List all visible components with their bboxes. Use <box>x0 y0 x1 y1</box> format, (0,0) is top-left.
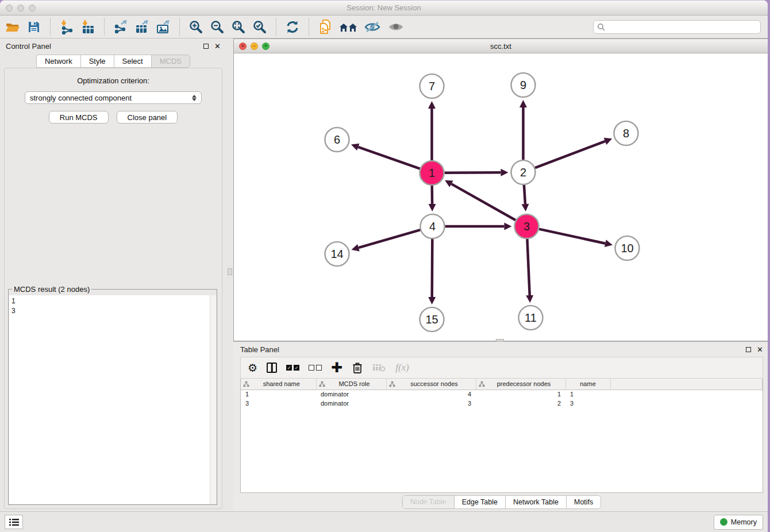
hierarchy-icon <box>243 381 249 387</box>
float-panel-icon[interactable] <box>203 44 209 49</box>
control-panel-header: Control Panel ✕ <box>0 38 226 53</box>
column-header-name[interactable]: name <box>565 379 610 390</box>
graph-edge-arrowhead <box>505 223 512 230</box>
column-header-mcds-role[interactable]: MCDS role <box>316 379 386 390</box>
close-panel-button[interactable]: Close panel <box>117 111 178 124</box>
toolbar-separator <box>309 18 309 36</box>
delete-column-button[interactable] <box>352 360 363 375</box>
export-table-button[interactable] <box>134 19 150 35</box>
zoom-in-button[interactable] <box>188 19 204 35</box>
cell-predecessor-nodes[interactable]: 1 <box>476 390 565 399</box>
optimization-criterion-label: Optimization criterion: <box>5 76 222 85</box>
graph-edge-3-1[interactable] <box>451 184 515 220</box>
cell-predecessor-nodes[interactable]: 2 <box>476 399 565 408</box>
graph-edge-4-15[interactable] <box>432 239 433 297</box>
graph-node-label-3: 3 <box>523 220 530 233</box>
unchecked-box-icon <box>309 365 314 371</box>
close-table-panel-icon[interactable]: ✕ <box>757 346 763 353</box>
select-all-columns-button[interactable]: ✓✓ <box>286 360 299 375</box>
zoom-selected-button[interactable] <box>252 19 268 35</box>
graph-edge-arrowhead <box>429 204 436 211</box>
unselect-all-columns-button[interactable] <box>309 360 322 375</box>
export-image-button[interactable] <box>155 19 171 35</box>
graph-edge-3-10[interactable] <box>539 229 605 244</box>
zoom-fit-button[interactable] <box>230 19 247 35</box>
close-panel-icon[interactable]: ✕ <box>214 43 221 50</box>
float-table-panel-icon[interactable] <box>746 347 751 352</box>
show-columns-button[interactable] <box>267 360 277 375</box>
search-input[interactable] <box>607 23 757 31</box>
zoom-out-icon <box>210 20 225 34</box>
optimization-criterion-select[interactable]: strongly connected component <box>25 91 202 104</box>
column-header-successor-nodes[interactable]: successor nodes <box>386 379 476 390</box>
cell-shared-name[interactable]: 3 <box>241 399 316 408</box>
import-table-icon <box>80 20 95 34</box>
memory-label: Memory <box>731 518 757 526</box>
cell-successor-nodes[interactable]: 4 <box>386 390 476 399</box>
add-column-button[interactable]: ✚ <box>331 360 342 375</box>
hierarchy-icon <box>479 381 485 387</box>
import-network-button[interactable] <box>59 19 75 35</box>
tab-motifs[interactable]: Motifs <box>567 496 600 508</box>
tab-network-table[interactable]: Network Table <box>506 496 567 508</box>
hide-panels-button[interactable] <box>363 19 382 35</box>
network-bottom-grip[interactable] <box>496 339 504 342</box>
tab-select[interactable]: Select <box>114 55 151 68</box>
graph-edge-2-3[interactable] <box>524 185 525 204</box>
mcds-result-text[interactable]: 13 <box>9 295 210 504</box>
network-graph[interactable]: 7968124314101511 <box>234 53 768 341</box>
run-mcds-button[interactable]: Run MCDS <box>49 111 109 124</box>
cell-name[interactable]: 1 <box>565 390 610 399</box>
zoom-out-button[interactable] <box>209 19 225 35</box>
graph-edge-3-11[interactable] <box>527 239 529 295</box>
vertical-splitter[interactable] <box>226 38 233 511</box>
result-scrollbar[interactable] <box>210 295 216 504</box>
graph-edge-1-2[interactable] <box>444 172 500 173</box>
task-history-button[interactable] <box>5 515 23 529</box>
column-header-shared-name[interactable]: shared name <box>241 379 316 390</box>
open-session-button[interactable] <box>5 19 21 35</box>
table-row[interactable]: 1 dominator 4 1 1 <box>241 390 763 399</box>
control-panel-tabs: Network Style Select MCDS <box>0 55 226 68</box>
trash-icon <box>352 361 363 374</box>
graph-edge-4-14[interactable] <box>359 230 420 248</box>
memory-button[interactable]: Memory <box>714 515 763 530</box>
table-row[interactable]: 3 dominator 3 2 3 <box>241 399 763 408</box>
show-panels-button[interactable] <box>387 19 405 35</box>
fx-icon: f(x) <box>395 362 409 373</box>
refresh-layout-button[interactable] <box>284 19 301 35</box>
cyndex-home-button[interactable] <box>338 19 358 35</box>
column-header-predecessor-nodes[interactable]: predecessor nodes <box>476 379 565 390</box>
save-session-button[interactable] <box>26 19 42 35</box>
import-table-button[interactable] <box>80 19 96 35</box>
cell-mcds-role[interactable]: dominator <box>316 390 386 399</box>
tab-node-table[interactable]: Node Table <box>403 496 455 508</box>
tab-edge-table[interactable]: Edge Table <box>455 496 506 508</box>
tab-mcds[interactable]: MCDS <box>151 55 190 68</box>
search-field[interactable] <box>593 20 761 34</box>
graph-edge-1-6[interactable] <box>358 147 419 169</box>
export-network-button[interactable] <box>113 19 129 35</box>
zoom-selected-icon <box>252 20 267 34</box>
tab-network[interactable]: Network <box>36 55 80 68</box>
control-panel-title: Control Panel <box>6 42 51 51</box>
table-header-row: shared name MCDS role successor nodes pr… <box>241 379 763 390</box>
cell-successor-nodes[interactable]: 3 <box>386 399 476 408</box>
houses-icon <box>338 20 358 34</box>
result-line: 3 <box>11 307 16 315</box>
graph-edge-2-8[interactable] <box>535 141 605 168</box>
tab-style[interactable]: Style <box>80 55 114 68</box>
mcds-panel-body: Optimization criterion: strongly connect… <box>4 68 222 509</box>
function-builder-button[interactable]: f(x) <box>395 360 409 375</box>
graph-edge-arrowhead <box>351 144 359 151</box>
network-from-clipboard-button[interactable] <box>317 19 333 35</box>
table-settings-button[interactable]: ⚙ <box>248 360 257 375</box>
delete-table-button[interactable] <box>372 360 386 375</box>
graph-node-label-9: 9 <box>520 79 526 91</box>
splitter-grip[interactable] <box>228 268 232 275</box>
cell-name[interactable]: 3 <box>565 399 610 408</box>
gear-icon: ⚙ <box>248 361 257 375</box>
cell-mcds-role[interactable]: dominator <box>316 399 386 408</box>
graph-edge-arrowhead <box>526 295 533 303</box>
cell-shared-name[interactable]: 1 <box>241 390 316 399</box>
